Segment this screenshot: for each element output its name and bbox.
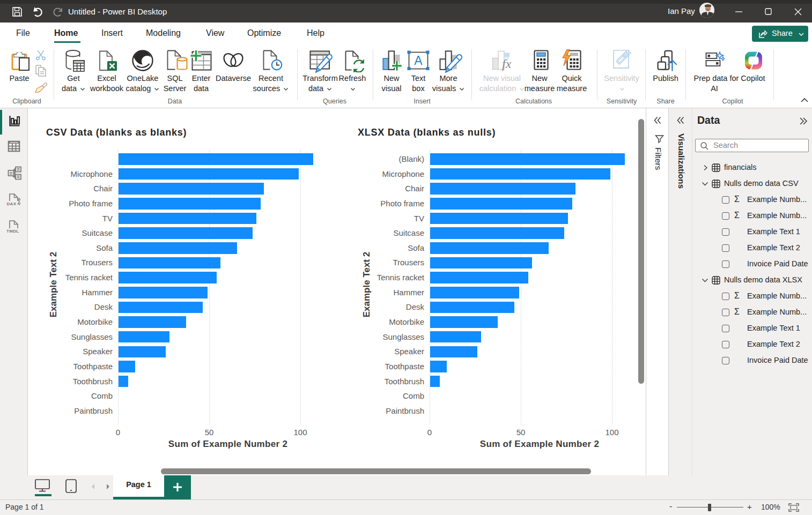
svg-text:DAX: DAX xyxy=(7,201,17,206)
svg-text:fx: fx xyxy=(502,57,512,71)
svg-text:TMDL: TMDL xyxy=(6,229,19,234)
svg-text:A: A xyxy=(414,54,423,68)
